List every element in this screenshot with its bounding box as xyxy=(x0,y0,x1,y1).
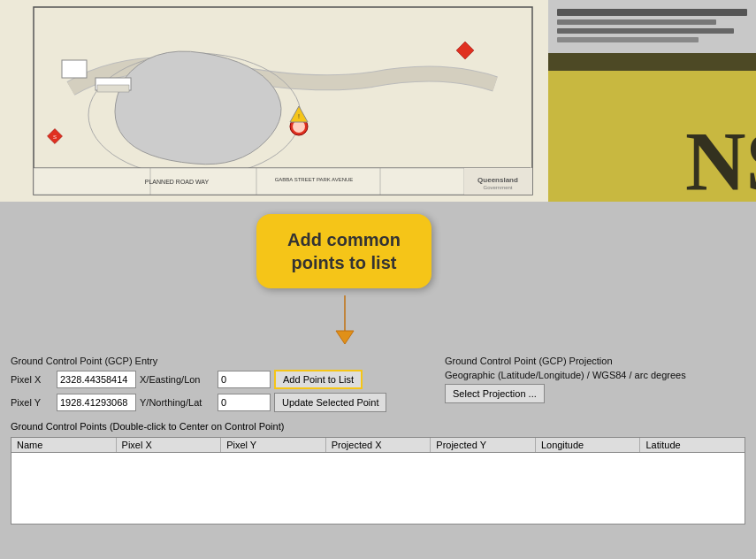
x-easting-label: X/Easting/Lon xyxy=(140,374,214,385)
top-image-area: PLANNED ROAD WAY GABBA STREET PARK AVENU… xyxy=(0,0,756,202)
svg-text:S: S xyxy=(53,134,57,140)
select-projection-button[interactable]: Select Projection ... xyxy=(445,384,545,403)
select-projection-row: Select Projection ... xyxy=(445,384,745,403)
svg-rect-30 xyxy=(557,37,699,42)
gcp-table-title: Ground Control Points (Double-click to C… xyxy=(11,421,745,432)
svg-text:!: ! xyxy=(298,113,300,119)
col-pixel-x: Pixel X xyxy=(117,438,222,452)
col-projected-x: Projected X xyxy=(326,438,431,452)
col-projected-y: Projected Y xyxy=(431,438,536,452)
svg-rect-27 xyxy=(557,9,747,16)
right-panel: NS xyxy=(548,0,756,202)
svg-text:Queensland: Queensland xyxy=(477,176,518,184)
pixel-y-label: Pixel Y xyxy=(11,397,53,408)
pixel-x-row: Pixel X X/Easting/Lon Add Point to List xyxy=(11,370,427,389)
svg-rect-4 xyxy=(62,60,87,78)
update-point-button[interactable]: Update Selected Point xyxy=(274,393,386,412)
add-point-button[interactable]: Add Point to List xyxy=(274,370,363,389)
tooltip-bubble: Add common points to list xyxy=(256,214,431,288)
pixel-x-label: Pixel X xyxy=(11,374,53,385)
svg-text:GABBA STREET PARK AVENUE: GABBA STREET PARK AVENUE xyxy=(275,177,354,182)
map-panel[interactable]: PLANNED ROAD WAY GABBA STREET PARK AVENU… xyxy=(0,0,548,202)
svg-rect-26 xyxy=(548,0,756,53)
pixel-x-input[interactable] xyxy=(57,371,136,388)
gcp-table-body xyxy=(11,453,745,524)
gcp-table-section: Ground Control Points (Double-click to C… xyxy=(11,421,745,525)
tooltip-area: Add common points to list xyxy=(0,202,756,352)
gcp-projection-section: Ground Control Point (GCP) Projection Ge… xyxy=(427,356,745,403)
tooltip-text: Add common points to list xyxy=(287,230,401,272)
right-panel-top xyxy=(548,0,756,53)
svg-rect-28 xyxy=(557,19,716,25)
col-longitude: Longitude xyxy=(536,438,641,452)
y-northing-input[interactable] xyxy=(218,394,271,411)
controls-area: Ground Control Point (GCP) Entry Pixel X… xyxy=(0,352,756,528)
gcp-entry-left: Ground Control Point (GCP) Entry Pixel X… xyxy=(11,356,427,416)
svg-rect-6 xyxy=(97,85,129,92)
col-latitude: Latitude xyxy=(640,438,745,452)
right-panel-photo: NS xyxy=(548,53,756,142)
pixel-y-input[interactable] xyxy=(57,394,136,411)
pixel-y-row: Pixel Y Y/Northing/Lat Update Selected P… xyxy=(11,393,427,412)
col-pixel-y: Pixel Y xyxy=(221,438,326,452)
x-easting-input[interactable] xyxy=(218,371,271,388)
col-name: Name xyxy=(11,438,117,452)
y-northing-label: Y/Northing/Lat xyxy=(140,397,214,408)
gcp-projection-title: Ground Control Point (GCP) Projection xyxy=(445,356,745,366)
gcp-entry-title: Ground Control Point (GCP) Entry xyxy=(11,356,427,366)
svg-rect-32 xyxy=(548,53,756,71)
gcp-entry-section: Ground Control Point (GCP) Entry Pixel X… xyxy=(11,356,745,416)
svg-text:NS: NS xyxy=(685,115,756,202)
gcp-table[interactable]: Name Pixel X Pixel Y Projected X Project… xyxy=(11,437,745,525)
svg-marker-34 xyxy=(336,295,354,344)
gcp-table-header: Name Pixel X Pixel Y Projected X Project… xyxy=(11,438,745,453)
projection-info-row: Geographic (Latitude/Longitude) / WGS84 … xyxy=(445,370,745,380)
projection-text: Geographic (Latitude/Longitude) / WGS84 … xyxy=(445,370,686,380)
svg-text:PLANNED ROAD WAY: PLANNED ROAD WAY xyxy=(145,179,210,185)
svg-text:Government: Government xyxy=(483,185,512,190)
svg-rect-29 xyxy=(557,28,734,34)
